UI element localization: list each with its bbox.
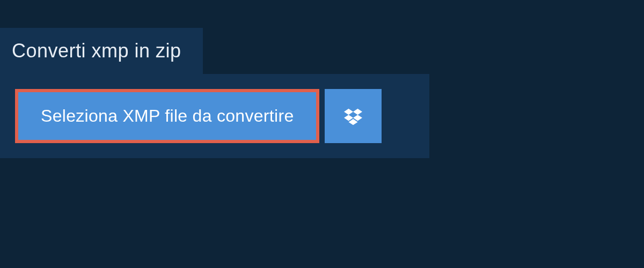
tab-header: Converti xmp in zip	[0, 28, 203, 74]
converter-panel: Seleziona XMP file da convertire	[0, 74, 429, 158]
dropbox-icon	[344, 107, 362, 125]
page-title: Converti xmp in zip	[12, 40, 181, 62]
select-file-highlight: Seleziona XMP file da convertire	[15, 89, 319, 143]
dropbox-button[interactable]	[325, 89, 382, 143]
action-row: Seleziona XMP file da convertire	[15, 89, 414, 143]
select-file-button[interactable]: Seleziona XMP file da convertire	[18, 92, 316, 140]
